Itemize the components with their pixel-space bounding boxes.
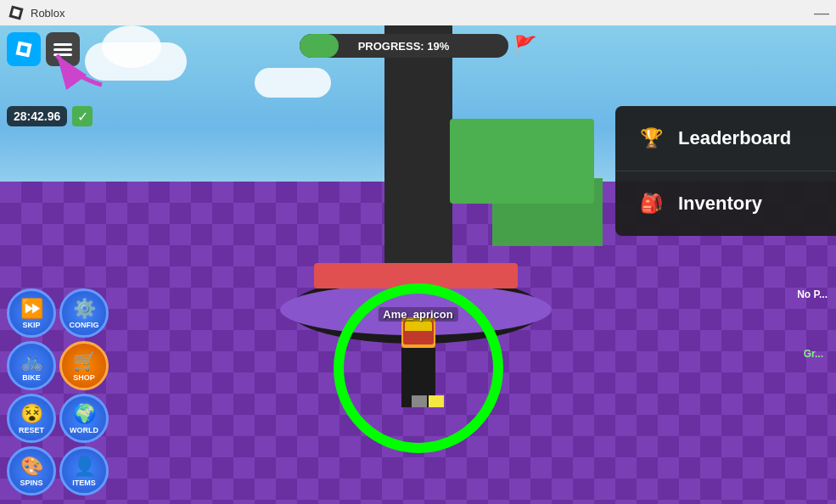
arrow-indicator xyxy=(47,42,115,93)
titlebar: Roblox — xyxy=(0,0,836,25)
skip-button[interactable]: ⏩ SKIP xyxy=(7,288,56,338)
world-icon: 🌍 xyxy=(73,403,96,425)
svg-rect-3 xyxy=(20,45,27,53)
window-title: Roblox xyxy=(31,7,816,20)
reset-label: RESET xyxy=(19,426,44,434)
timer-value: 28:42.96 xyxy=(7,106,67,126)
spins-label: SPINS xyxy=(20,479,42,487)
world-label: WORLD xyxy=(70,426,98,434)
right-dropdown-menu: 🏆 Leaderboard 🎒 Inventory xyxy=(615,106,836,236)
flag-icon: 🚩 xyxy=(513,34,537,58)
leaderboard-icon: 🏆 xyxy=(636,123,666,154)
items-button[interactable]: 👤 ITEMS xyxy=(59,446,109,496)
cloud-2 xyxy=(255,68,331,98)
shop-icon: 🛒 xyxy=(73,350,96,372)
items-label: ITEMS xyxy=(72,479,96,487)
skip-label: SKIP xyxy=(22,321,40,329)
progress-bar-background: PROGRESS: 19% xyxy=(300,34,508,58)
config-button[interactable]: ⚙️ CONFIG xyxy=(59,288,109,338)
spins-icon: 🎨 xyxy=(20,456,43,478)
bike-button[interactable]: 🚲 BIKE xyxy=(7,341,56,390)
roblox-logo xyxy=(8,5,24,20)
game-area: Ame_apricon No P... Gr... PROGRESS: 19% … xyxy=(0,25,836,504)
minimize-button[interactable]: — xyxy=(816,7,828,19)
bike-label: BIKE xyxy=(22,373,41,382)
inventory-menu-item[interactable]: 🎒 Inventory xyxy=(615,171,836,236)
bottom-buttons-grid: ⏩ SKIP ⚙️ CONFIG 🚲 BIKE 🛒 SHOP 😵 RESET 🌍… xyxy=(7,288,109,496)
player-name-label: Ame_apricon xyxy=(378,307,457,322)
skip-icon: ⏩ xyxy=(20,298,43,320)
leaderboard-label: Leaderboard xyxy=(678,127,791,149)
timer-display: 28:42.96 ✓ xyxy=(7,106,93,126)
tower xyxy=(384,25,452,297)
world-button[interactable]: 🌍 WORLD xyxy=(59,394,109,443)
side-text-nop: No P... xyxy=(797,288,828,300)
timer-checkmark: ✓ xyxy=(72,106,93,126)
side-text-gr: Gr... xyxy=(804,348,823,360)
leaderboard-menu-item[interactable]: 🏆 Leaderboard xyxy=(615,106,836,171)
inventory-label: Inventory xyxy=(678,193,762,215)
shop-label: SHOP xyxy=(73,373,95,382)
reset-icon: 😵 xyxy=(20,403,43,425)
progress-bar-container: PROGRESS: 19% 🚩 xyxy=(300,34,537,58)
player-character xyxy=(389,317,448,419)
reset-button[interactable]: 😵 RESET xyxy=(7,394,56,443)
progress-bar-fill xyxy=(300,34,339,58)
config-icon: ⚙️ xyxy=(73,298,96,320)
green-platform-1 xyxy=(450,119,594,204)
shop-button[interactable]: 🛒 SHOP xyxy=(59,341,109,390)
bike-icon: 🚲 xyxy=(20,350,43,372)
spins-button[interactable]: 🎨 SPINS xyxy=(7,446,56,496)
progress-text: PROGRESS: 19% xyxy=(358,40,450,53)
roblox-logo-button[interactable] xyxy=(7,32,41,66)
items-icon: 👤 xyxy=(73,456,96,478)
inventory-icon: 🎒 xyxy=(636,188,666,219)
config-label: CONFIG xyxy=(70,321,99,329)
